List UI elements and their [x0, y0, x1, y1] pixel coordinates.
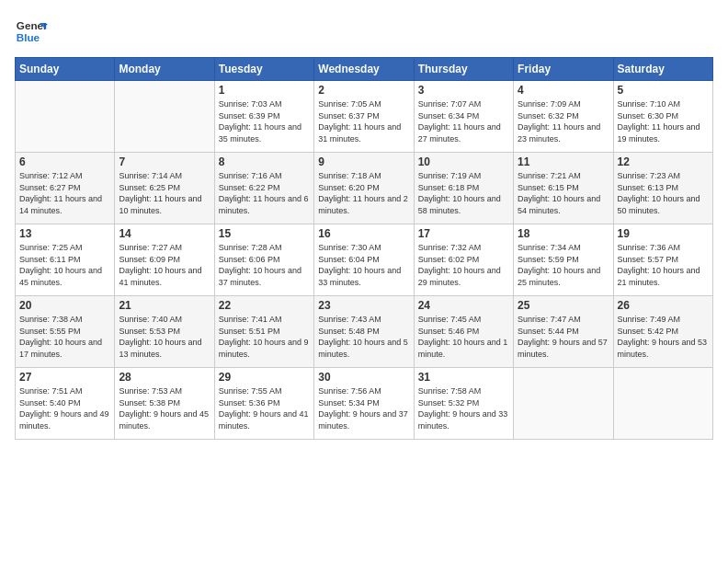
- cell-text: Sunrise: 7:47 AM Sunset: 5:44 PM Dayligh…: [518, 314, 609, 360]
- page-container: General Blue SundayMondayTuesdayWednesda…: [0, 0, 728, 563]
- calendar-cell: 8Sunrise: 7:16 AM Sunset: 6:22 PM Daylig…: [214, 153, 313, 224]
- day-number: 21: [119, 299, 210, 312]
- day-number: 14: [119, 227, 210, 240]
- calendar-cell: 21Sunrise: 7:40 AM Sunset: 5:53 PM Dayli…: [115, 296, 214, 368]
- day-number: 16: [318, 227, 409, 240]
- calendar-week-3: 13Sunrise: 7:25 AM Sunset: 6:11 PM Dayli…: [16, 224, 713, 296]
- cell-text: Sunrise: 7:43 AM Sunset: 5:48 PM Dayligh…: [318, 314, 409, 360]
- cell-text: Sunrise: 7:21 AM Sunset: 6:15 PM Dayligh…: [518, 170, 609, 216]
- calendar-cell: [514, 368, 613, 440]
- cell-text: Sunrise: 7:58 AM Sunset: 5:32 PM Dayligh…: [418, 385, 509, 431]
- calendar-cell: 26Sunrise: 7:49 AM Sunset: 5:42 PM Dayli…: [613, 296, 712, 368]
- calendar-cell: 22Sunrise: 7:41 AM Sunset: 5:51 PM Dayli…: [214, 296, 313, 368]
- calendar-cell: 31Sunrise: 7:58 AM Sunset: 5:32 PM Dayli…: [414, 368, 513, 440]
- day-number: 28: [119, 371, 210, 384]
- calendar-cell: 1Sunrise: 7:03 AM Sunset: 6:39 PM Daylig…: [214, 81, 313, 153]
- day-number: 1: [219, 84, 310, 97]
- calendar-header-row: SundayMondayTuesdayWednesdayThursdayFrid…: [16, 58, 713, 81]
- calendar-cell: 25Sunrise: 7:47 AM Sunset: 5:44 PM Dayli…: [514, 296, 613, 368]
- weekday-header-saturday: Saturday: [613, 58, 712, 81]
- day-number: 9: [318, 155, 409, 168]
- day-number: 27: [19, 371, 110, 384]
- day-number: 13: [19, 227, 110, 240]
- calendar-cell: [16, 81, 115, 153]
- cell-text: Sunrise: 7:30 AM Sunset: 6:04 PM Dayligh…: [318, 242, 409, 288]
- cell-text: Sunrise: 7:34 AM Sunset: 5:59 PM Dayligh…: [518, 242, 609, 288]
- calendar-cell: 4Sunrise: 7:09 AM Sunset: 6:32 PM Daylig…: [514, 81, 613, 153]
- day-number: 2: [318, 84, 409, 97]
- logo: General Blue: [15, 15, 48, 48]
- day-number: 10: [418, 155, 509, 168]
- cell-text: Sunrise: 7:41 AM Sunset: 5:51 PM Dayligh…: [219, 314, 310, 360]
- calendar-cell: 27Sunrise: 7:51 AM Sunset: 5:40 PM Dayli…: [16, 368, 115, 440]
- day-number: 6: [19, 155, 110, 168]
- cell-text: Sunrise: 7:09 AM Sunset: 6:32 PM Dayligh…: [518, 98, 609, 144]
- cell-text: Sunrise: 7:55 AM Sunset: 5:36 PM Dayligh…: [219, 385, 310, 431]
- weekday-header-friday: Friday: [514, 58, 613, 81]
- cell-text: Sunrise: 7:53 AM Sunset: 5:38 PM Dayligh…: [119, 385, 210, 431]
- day-number: 26: [618, 299, 709, 312]
- svg-text:Blue: Blue: [17, 31, 40, 43]
- calendar-cell: 10Sunrise: 7:19 AM Sunset: 6:18 PM Dayli…: [414, 153, 513, 224]
- calendar-cell: 18Sunrise: 7:34 AM Sunset: 5:59 PM Dayli…: [514, 224, 613, 296]
- calendar-cell: 19Sunrise: 7:36 AM Sunset: 5:57 PM Dayli…: [613, 224, 712, 296]
- calendar-cell: 30Sunrise: 7:56 AM Sunset: 5:34 PM Dayli…: [314, 368, 414, 440]
- calendar-week-4: 20Sunrise: 7:38 AM Sunset: 5:55 PM Dayli…: [16, 296, 713, 368]
- day-number: 19: [618, 227, 709, 240]
- day-number: 20: [19, 299, 110, 312]
- calendar-table: SundayMondayTuesdayWednesdayThursdayFrid…: [15, 57, 713, 440]
- weekday-header-sunday: Sunday: [16, 58, 115, 81]
- calendar-week-2: 6Sunrise: 7:12 AM Sunset: 6:27 PM Daylig…: [16, 153, 713, 224]
- calendar-cell: 24Sunrise: 7:45 AM Sunset: 5:46 PM Dayli…: [414, 296, 513, 368]
- calendar-week-5: 27Sunrise: 7:51 AM Sunset: 5:40 PM Dayli…: [16, 368, 713, 440]
- cell-text: Sunrise: 7:12 AM Sunset: 6:27 PM Dayligh…: [19, 170, 110, 216]
- day-number: 23: [318, 299, 409, 312]
- page-header: General Blue: [15, 15, 713, 48]
- weekday-header-tuesday: Tuesday: [214, 58, 313, 81]
- calendar-cell: 16Sunrise: 7:30 AM Sunset: 6:04 PM Dayli…: [314, 224, 414, 296]
- calendar-cell: 13Sunrise: 7:25 AM Sunset: 6:11 PM Dayli…: [16, 224, 115, 296]
- cell-text: Sunrise: 7:51 AM Sunset: 5:40 PM Dayligh…: [19, 385, 110, 431]
- calendar-body: 1Sunrise: 7:03 AM Sunset: 6:39 PM Daylig…: [16, 81, 713, 440]
- day-number: 12: [618, 155, 709, 168]
- cell-text: Sunrise: 7:25 AM Sunset: 6:11 PM Dayligh…: [19, 242, 110, 288]
- day-number: 11: [518, 155, 609, 168]
- calendar-cell: 15Sunrise: 7:28 AM Sunset: 6:06 PM Dayli…: [214, 224, 313, 296]
- day-number: 24: [418, 299, 509, 312]
- cell-text: Sunrise: 7:07 AM Sunset: 6:34 PM Dayligh…: [418, 98, 509, 144]
- cell-text: Sunrise: 7:45 AM Sunset: 5:46 PM Dayligh…: [418, 314, 509, 360]
- day-number: 4: [518, 84, 609, 97]
- day-number: 8: [219, 155, 310, 168]
- day-number: 31: [418, 371, 509, 384]
- calendar-cell: [613, 368, 712, 440]
- cell-text: Sunrise: 7:19 AM Sunset: 6:18 PM Dayligh…: [418, 170, 509, 216]
- day-number: 25: [518, 299, 609, 312]
- day-number: 3: [418, 84, 509, 97]
- calendar-cell: 28Sunrise: 7:53 AM Sunset: 5:38 PM Dayli…: [115, 368, 214, 440]
- cell-text: Sunrise: 7:28 AM Sunset: 6:06 PM Dayligh…: [219, 242, 310, 288]
- cell-text: Sunrise: 7:05 AM Sunset: 6:37 PM Dayligh…: [318, 98, 409, 144]
- day-number: 18: [518, 227, 609, 240]
- calendar-cell: 20Sunrise: 7:38 AM Sunset: 5:55 PM Dayli…: [16, 296, 115, 368]
- calendar-week-1: 1Sunrise: 7:03 AM Sunset: 6:39 PM Daylig…: [16, 81, 713, 153]
- calendar-cell: 5Sunrise: 7:10 AM Sunset: 6:30 PM Daylig…: [613, 81, 712, 153]
- cell-text: Sunrise: 7:38 AM Sunset: 5:55 PM Dayligh…: [19, 314, 110, 360]
- calendar-cell: 11Sunrise: 7:21 AM Sunset: 6:15 PM Dayli…: [514, 153, 613, 224]
- weekday-header-monday: Monday: [115, 58, 214, 81]
- calendar-cell: 14Sunrise: 7:27 AM Sunset: 6:09 PM Dayli…: [115, 224, 214, 296]
- calendar-cell: [115, 81, 214, 153]
- calendar-cell: 2Sunrise: 7:05 AM Sunset: 6:37 PM Daylig…: [314, 81, 414, 153]
- day-number: 30: [318, 371, 409, 384]
- cell-text: Sunrise: 7:16 AM Sunset: 6:22 PM Dayligh…: [219, 170, 310, 216]
- calendar-cell: 9Sunrise: 7:18 AM Sunset: 6:20 PM Daylig…: [314, 153, 414, 224]
- day-number: 22: [219, 299, 310, 312]
- cell-text: Sunrise: 7:32 AM Sunset: 6:02 PM Dayligh…: [418, 242, 509, 288]
- day-number: 17: [418, 227, 509, 240]
- weekday-header-thursday: Thursday: [414, 58, 513, 81]
- calendar-cell: 6Sunrise: 7:12 AM Sunset: 6:27 PM Daylig…: [16, 153, 115, 224]
- cell-text: Sunrise: 7:36 AM Sunset: 5:57 PM Dayligh…: [618, 242, 709, 288]
- cell-text: Sunrise: 7:23 AM Sunset: 6:13 PM Dayligh…: [618, 170, 709, 216]
- calendar-cell: 12Sunrise: 7:23 AM Sunset: 6:13 PM Dayli…: [613, 153, 712, 224]
- day-number: 29: [219, 371, 310, 384]
- calendar-cell: 29Sunrise: 7:55 AM Sunset: 5:36 PM Dayli…: [214, 368, 313, 440]
